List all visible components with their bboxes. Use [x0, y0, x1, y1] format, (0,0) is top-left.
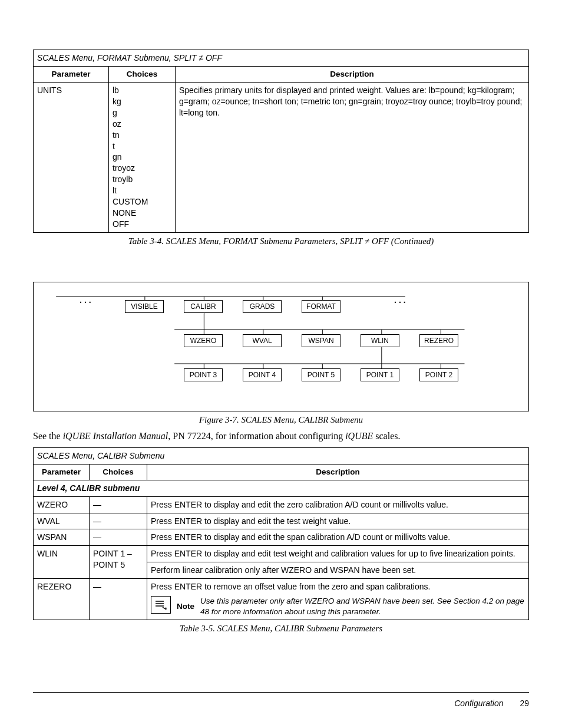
node-point4: POINT 4	[243, 368, 282, 381]
figure-3-7: ... ... VISIBLE CALIBR GRADS FORMAT WZER…	[33, 282, 529, 411]
node-wspan: WSPAN	[302, 334, 340, 347]
t1-header-description: Description	[176, 66, 529, 82]
t2-header-parameter: Parameter	[34, 464, 90, 480]
node-point5: POINT 5	[302, 368, 340, 381]
node-wlin: WLIN	[361, 334, 399, 347]
t1-choices: lb kg g oz tn t gn troyoz troylb lt CUST…	[109, 83, 176, 233]
footer-page: 29	[520, 699, 529, 708]
para-mid: , PN 77224, for information about config…	[168, 431, 345, 441]
ellipsis-right-icon: ...	[394, 295, 408, 305]
footer-rule	[33, 692, 529, 693]
para-pre: See the	[33, 431, 63, 441]
note-icon	[151, 596, 171, 614]
t2-rezero-param: REZERO	[34, 579, 90, 620]
page-footer: Configuration 29	[454, 699, 529, 708]
t2-wspan-desc: Press ENTER to display and edit the span…	[147, 529, 529, 546]
note-label: Note	[177, 601, 194, 612]
node-visible: VISIBLE	[125, 300, 164, 313]
table-3-4-title: SCALES Menu, FORMAT Submenu, SPLIT ≠ OFF	[34, 50, 529, 67]
t2-wlin-desc1: Press ENTER to display and edit test wei…	[147, 546, 529, 562]
t2-wlin-choices: POINT 1 – POINT 5	[90, 546, 147, 579]
t1-header-parameter: Parameter	[34, 66, 109, 82]
t1-desc: Specifies primary units for displayed an…	[176, 83, 529, 233]
node-point2: POINT 2	[419, 368, 458, 381]
table-3-4-caption: Table 3-4. SCALES Menu, FORMAT Submenu P…	[33, 236, 529, 246]
table-3-5: SCALES Menu, CALIBR Submenu Parameter Ch…	[33, 447, 529, 621]
t2-wlin-desc2: Perform linear calibration only after WZ…	[147, 562, 529, 579]
node-wval: WVAL	[243, 334, 282, 347]
node-rezero: REZERO	[419, 334, 458, 347]
t1-header-choices: Choices	[109, 66, 176, 82]
t2-wzero-choices: —	[90, 496, 147, 513]
t2-rezero-desc: Press ENTER to remove an offset value fr…	[151, 581, 525, 592]
para-em2: iQUBE	[345, 431, 373, 441]
t1-param: UNITS	[34, 83, 109, 233]
para-em1: iQUBE Installation Manual	[63, 431, 168, 441]
table-3-4: SCALES Menu, FORMAT Submenu, SPLIT ≠ OFF…	[33, 50, 529, 233]
node-calibr: CALIBR	[184, 300, 223, 313]
figure-3-7-caption: Figure 3-7. SCALES Menu, CALIBR Submenu	[33, 415, 529, 425]
t2-rezero-choices: —	[90, 579, 147, 620]
node-wzero: WZERO	[184, 334, 223, 347]
table-3-5-caption: Table 3-5. SCALES Menu, CALIBR Submenu P…	[33, 624, 529, 634]
para-post: scales.	[373, 431, 400, 441]
ellipsis-left-icon: ...	[80, 295, 94, 305]
t2-wval-desc: Press ENTER to display and edit the test…	[147, 513, 529, 529]
t2-wzero-param: WZERO	[34, 496, 90, 513]
note-text: Use this parameter only after WZERO and …	[200, 596, 525, 617]
t2-wspan-choices: —	[90, 529, 147, 546]
t2-wspan-param: WSPAN	[34, 529, 90, 546]
footer-section: Configuration	[454, 699, 503, 708]
t2-wval-param: WVAL	[34, 513, 90, 529]
t2-wval-choices: —	[90, 513, 147, 529]
iqube-paragraph: See the iQUBE Installation Manual, PN 77…	[33, 431, 529, 442]
node-grads: GRADS	[243, 300, 282, 313]
node-format: FORMAT	[302, 300, 340, 313]
node-point1: POINT 1	[361, 368, 399, 381]
node-point3: POINT 3	[184, 368, 223, 381]
t2-wlin-param: WLIN	[34, 546, 90, 579]
t2-wzero-desc: Press ENTER to display and edit the zero…	[147, 496, 529, 513]
t2-section: Level 4, CALIBR submenu	[34, 480, 529, 496]
table-3-5-title: SCALES Menu, CALIBR Submenu	[34, 447, 529, 464]
t2-header-choices: Choices	[90, 464, 147, 480]
t2-header-description: Description	[147, 464, 529, 480]
t2-rezero-cell: Press ENTER to remove an offset value fr…	[147, 579, 529, 620]
